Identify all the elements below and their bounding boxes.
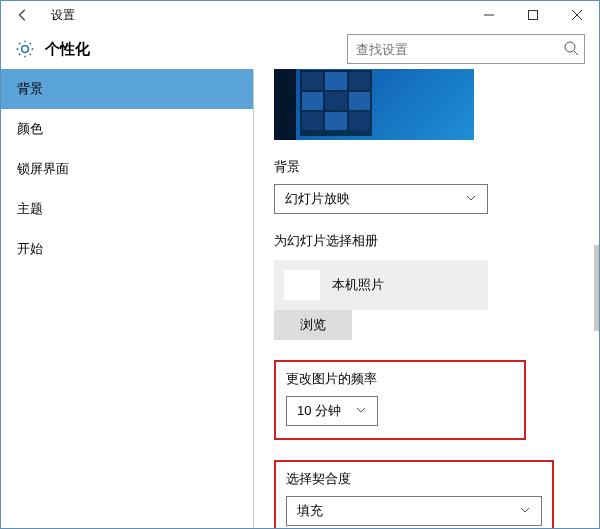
chevron-down-icon [355, 404, 367, 419]
search-input[interactable] [347, 34, 585, 64]
content: 背景 幻灯片放映 为幻灯片选择相册 本机照片 浏览 更改图片的频率 10 分钟 … [254, 69, 599, 528]
interval-value: 10 分钟 [297, 402, 341, 420]
sidebar-item-label: 主题 [17, 200, 43, 218]
sidebar-item-start[interactable]: 开始 [1, 229, 253, 269]
background-value: 幻灯片放映 [285, 190, 350, 208]
maximize-button[interactable] [511, 1, 555, 29]
search-icon [563, 40, 579, 59]
settings-window: 设置 个性化 背景 颜色 锁屏界面 主题 开始 [0, 0, 600, 529]
body: 背景 颜色 锁屏界面 主题 开始 背景 幻灯片放映 为幻灯片选择相册 [1, 69, 599, 528]
header: 个性化 [1, 29, 599, 69]
highlight-fit: 选择契合度 填充 [274, 460, 554, 528]
album-label: 为幻灯片选择相册 [274, 232, 583, 250]
window-title: 设置 [51, 7, 75, 24]
sidebar-item-color[interactable]: 颜色 [1, 109, 253, 149]
sidebar-item-label: 颜色 [17, 120, 43, 138]
fit-select[interactable]: 填充 [286, 496, 542, 526]
sidebar-item-label: 锁屏界面 [17, 160, 69, 178]
fit-label: 选择契合度 [286, 470, 542, 488]
titlebar: 设置 [1, 1, 599, 29]
sidebar-item-label: 开始 [17, 240, 43, 258]
fit-value: 填充 [297, 502, 323, 520]
album-thumbnail [284, 270, 320, 300]
chevron-down-icon [519, 504, 531, 519]
interval-select[interactable]: 10 分钟 [286, 396, 378, 426]
search-wrap [347, 34, 585, 64]
back-button[interactable] [13, 5, 33, 25]
background-preview [274, 69, 474, 140]
svg-line-5 [574, 51, 578, 55]
album-box: 本机照片 [274, 260, 488, 310]
highlight-interval: 更改图片的频率 10 分钟 [274, 360, 526, 440]
window-controls [467, 1, 599, 29]
interval-label: 更改图片的频率 [286, 370, 514, 388]
page-title: 个性化 [45, 40, 90, 59]
sidebar: 背景 颜色 锁屏界面 主题 开始 [1, 69, 253, 528]
close-button[interactable] [555, 1, 599, 29]
svg-rect-1 [529, 11, 538, 20]
browse-button[interactable]: 浏览 [274, 310, 352, 340]
scrollbar[interactable] [594, 245, 599, 331]
gear-icon [15, 39, 35, 59]
svg-point-4 [565, 42, 575, 52]
minimize-button[interactable] [467, 1, 511, 29]
sidebar-item-label: 背景 [17, 80, 43, 98]
chevron-down-icon [465, 192, 477, 207]
browse-label: 浏览 [300, 316, 326, 334]
sidebar-item-lockscreen[interactable]: 锁屏界面 [1, 149, 253, 189]
background-label: 背景 [274, 158, 583, 176]
background-select[interactable]: 幻灯片放映 [274, 184, 488, 214]
album-value: 本机照片 [332, 276, 384, 294]
sidebar-item-theme[interactable]: 主题 [1, 189, 253, 229]
sidebar-item-background[interactable]: 背景 [1, 69, 253, 109]
